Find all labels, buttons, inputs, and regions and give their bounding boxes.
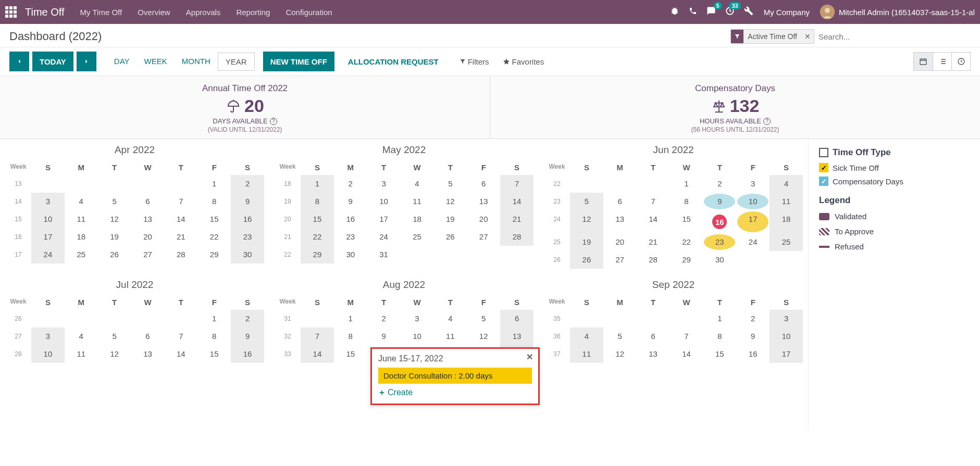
calendar-day[interactable]: 7 [164,193,197,210]
calendar-day[interactable]: 17 [736,210,770,233]
menu-reporting[interactable]: Reporting [236,8,270,17]
calendar-day[interactable] [65,175,98,193]
calendar-day[interactable]: 10 [31,345,65,363]
calendar-day[interactable]: 16 [231,345,264,363]
calendar-day[interactable]: 15 [670,210,703,233]
filters-dropdown[interactable]: Filters [460,57,489,66]
calendar-day[interactable]: 2 [736,310,770,328]
activities-icon[interactable]: 33 [725,6,735,18]
allocation-request-button[interactable]: ALLOCATION REQUEST [341,53,446,70]
calendar-day[interactable]: 5 [603,328,637,345]
calendar-day[interactable]: 12 [467,328,500,345]
calendar-day[interactable]: 27 [131,246,165,263]
tab-month[interactable]: MONTH [175,53,218,71]
calendar-day[interactable]: 3 [401,310,434,328]
calendar-day[interactable]: 7 [637,193,670,210]
messages-icon[interactable]: 5 [706,6,716,18]
calendar-day[interactable]: 4 [401,175,434,193]
calendar-day[interactable]: 10 [401,328,434,345]
calendar-day[interactable] [301,310,334,328]
calendar-day[interactable]: 1 [197,310,231,328]
calendar-day[interactable]: 14 [670,345,703,363]
calendar-day[interactable] [98,310,131,328]
calendar-day[interactable]: 15 [703,345,736,363]
calendar-day[interactable]: 24 [31,246,65,263]
calendar-day[interactable]: 4 [570,328,603,345]
company-selector[interactable]: My Company [764,8,810,17]
calendar-day[interactable]: 4 [433,310,467,328]
calendar-day[interactable]: 8 [301,193,334,210]
calendar-day[interactable]: 12 [433,193,467,210]
calendar-day[interactable]: 2 [231,310,264,328]
calendar-day[interactable]: 9 [231,328,264,345]
calendar-day[interactable]: 29 [670,251,703,269]
calendar-day[interactable]: 18 [770,210,803,233]
calendar-day[interactable]: 20 [603,233,637,251]
calendar-day[interactable] [401,246,434,263]
calendar-day[interactable]: 17 [367,210,401,228]
calendar-day[interactable]: 9 [367,328,401,345]
calendar-day[interactable]: 26 [433,228,467,246]
calendar-day[interactable]: 12 [98,345,131,363]
calendar-day[interactable]: 11 [401,193,434,210]
calendar-day[interactable]: 11 [65,210,98,228]
calendar-day[interactable]: 23 [703,233,736,251]
calendar-day[interactable]: 9 [703,193,736,210]
calendar-day[interactable]: 8 [334,328,367,345]
calendar-day[interactable]: 22 [670,233,703,251]
calendar-day[interactable]: 6 [131,193,165,210]
calendar-day[interactable] [31,175,65,193]
calendar-day[interactable]: 13 [131,210,165,228]
activity-view-button[interactable] [951,53,970,70]
calendar-day[interactable]: 15 [334,345,367,363]
calendar-day[interactable]: 28 [637,251,670,269]
calendar-day[interactable]: 30 [231,246,264,263]
phone-icon[interactable] [689,7,697,17]
calendar-day[interactable]: 24 [367,228,401,246]
calendar-day[interactable]: 11 [433,328,467,345]
calendar-day[interactable] [637,310,670,328]
calendar-day[interactable]: 14 [164,210,197,228]
calendar-day[interactable]: 14 [637,210,670,233]
brand[interactable]: Time Off [25,6,65,18]
calendar-day[interactable]: 2 [703,175,736,193]
tab-year[interactable]: YEAR [218,53,255,71]
calendar-day[interactable] [131,310,165,328]
calendar-day[interactable]: 23 [231,228,264,246]
calendar-day[interactable]: 21 [164,228,197,246]
calendar-day[interactable] [500,246,534,263]
calendar-day[interactable] [98,175,131,193]
calendar-day[interactable]: 14 [301,345,334,363]
calendar-day[interactable]: 27 [603,251,637,269]
calendar-day[interactable]: 30 [703,251,736,269]
popover-event[interactable]: Doctor Consultation : 2.00 days [378,368,532,384]
popover-close[interactable]: ✕ [526,352,533,362]
calendar-day[interactable]: 19 [98,228,131,246]
calendar-day[interactable]: 1 [670,175,703,193]
filter-tag-remove[interactable]: ✕ [801,32,814,41]
new-time-off-button[interactable]: NEW TIME OFF [263,52,334,71]
calendar-day[interactable]: 1 [301,175,334,193]
calendar-day[interactable]: 1 [703,310,736,328]
type-sick[interactable]: ✓ Sick Time Off [819,163,970,172]
calendar-day[interactable]: 29 [197,246,231,263]
calendar-day[interactable] [770,251,803,269]
calendar-day[interactable] [570,175,603,193]
calendar-day[interactable]: 16 [703,210,736,233]
type-compensatory[interactable]: ✓ Compensatory Days [819,177,970,186]
calendar-day[interactable]: 5 [98,328,131,345]
calendar-day[interactable]: 6 [131,328,165,345]
help-icon[interactable]: ? [270,118,277,125]
menu-my-time-off[interactable]: My Time Off [80,8,122,17]
calendar-day[interactable]: 25 [770,233,803,251]
calendar-day[interactable]: 26 [570,251,603,269]
calendar-day[interactable] [637,175,670,193]
calendar-day[interactable]: 4 [65,328,98,345]
calendar-day[interactable]: 6 [500,310,534,328]
calendar-day[interactable]: 2 [367,310,401,328]
calendar-day[interactable] [603,175,637,193]
menu-configuration[interactable]: Configuration [286,8,332,17]
calendar-day[interactable]: 1 [197,175,231,193]
calendar-day[interactable]: 21 [637,233,670,251]
calendar-day[interactable]: 18 [65,228,98,246]
